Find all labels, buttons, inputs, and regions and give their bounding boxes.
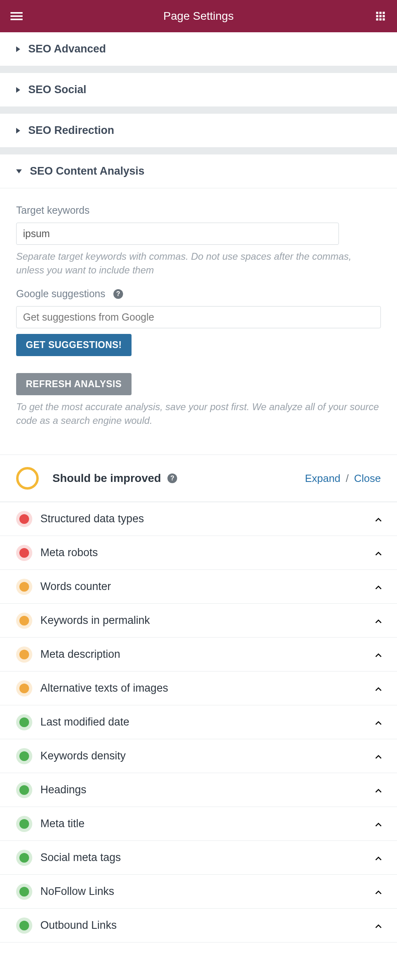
google-suggestions-input[interactable] xyxy=(16,306,381,328)
metric-label: Meta robots xyxy=(40,546,374,559)
metric-label: Structured data types xyxy=(40,513,374,525)
accordion-gap xyxy=(0,106,397,114)
metric-row[interactable]: Meta robots xyxy=(0,536,397,570)
google-suggestions-group: Google suggestions ? GET SUGGESTIONS! xyxy=(16,288,381,356)
metric-label: Social meta tags xyxy=(40,851,374,864)
svg-rect-1 xyxy=(10,15,23,17)
status-dot-green xyxy=(19,853,29,863)
page-title: Page Settings xyxy=(23,10,374,23)
accordion-title: SEO Content Analysis xyxy=(30,165,144,177)
chevron-up-icon xyxy=(374,787,381,793)
status-dot-orange xyxy=(19,616,29,626)
chevron-up-icon xyxy=(374,550,381,556)
status-dot-red xyxy=(19,548,29,558)
metric-label: Keywords in permalink xyxy=(40,614,374,627)
metric-row[interactable]: Meta title xyxy=(0,807,397,841)
svg-rect-4 xyxy=(379,12,381,14)
expand-link[interactable]: Expand xyxy=(305,472,341,484)
accordion-gap xyxy=(0,147,397,154)
chevron-up-icon xyxy=(374,651,381,658)
accordion-title: SEO Advanced xyxy=(28,43,106,55)
metric-row[interactable]: Last modified date xyxy=(0,705,397,739)
metric-label: Outbound Links xyxy=(40,919,374,932)
chevron-up-icon xyxy=(374,584,381,590)
target-keywords-input[interactable] xyxy=(16,223,339,245)
metric-row[interactable]: Keywords in permalink xyxy=(0,604,397,638)
metric-label: NoFollow Links xyxy=(40,885,374,898)
metric-label: Keywords density xyxy=(40,750,374,762)
metric-label: Headings xyxy=(40,784,374,796)
chevron-up-icon xyxy=(374,821,381,827)
svg-rect-6 xyxy=(376,15,378,17)
accordion-title: SEO Social xyxy=(28,83,86,96)
chevron-up-icon xyxy=(374,922,381,929)
status-dot-orange xyxy=(19,650,29,659)
chevron-up-icon xyxy=(374,617,381,624)
metric-row[interactable]: Structured data types xyxy=(0,502,397,536)
accordion-item[interactable]: SEO Content Analysis xyxy=(0,154,397,188)
accordion-gap xyxy=(0,66,397,73)
metric-row[interactable]: Meta description xyxy=(0,638,397,671)
status-dot-green xyxy=(19,785,29,795)
target-keywords-label: Target keywords xyxy=(16,204,381,216)
help-icon[interactable]: ? xyxy=(113,289,123,299)
score-actions: Expand / Close xyxy=(305,472,381,485)
status-dot-orange xyxy=(19,582,29,592)
metric-row[interactable]: Outbound Links xyxy=(0,909,397,942)
svg-rect-8 xyxy=(382,15,384,17)
refresh-group: REFRESH ANALYSIS To get the most accurat… xyxy=(16,367,381,427)
seo-content-analysis-panel: Target keywords Separate target keywords… xyxy=(0,188,397,450)
metric-row[interactable]: Headings xyxy=(0,773,397,807)
accordion-item[interactable]: SEO Social xyxy=(0,73,397,106)
google-suggestions-label: Google suggestions ? xyxy=(16,288,381,300)
accordion-item[interactable]: SEO Advanced xyxy=(0,32,397,66)
status-dot-green xyxy=(19,819,29,829)
metrics-list: Structured data typesMeta robotsWords co… xyxy=(0,502,397,942)
chevron-up-icon xyxy=(374,719,381,726)
svg-rect-5 xyxy=(382,12,384,14)
menu-icon[interactable] xyxy=(10,10,23,23)
app-header: Page Settings xyxy=(0,0,397,32)
svg-rect-0 xyxy=(10,12,23,14)
accordion-title: SEO Redirection xyxy=(28,124,114,137)
status-dot-orange xyxy=(19,684,29,693)
metric-row[interactable]: Words counter xyxy=(0,570,397,604)
caret-right-icon xyxy=(16,128,20,133)
apps-grid-icon[interactable] xyxy=(374,10,387,23)
target-keywords-group: Target keywords Separate target keywords… xyxy=(16,204,381,277)
get-suggestions-button[interactable]: GET SUGGESTIONS! xyxy=(16,334,132,356)
metric-row[interactable]: NoFollow Links xyxy=(0,875,397,909)
metric-row[interactable]: Social meta tags xyxy=(0,841,397,875)
chevron-up-icon xyxy=(374,753,381,759)
metric-label: Last modified date xyxy=(40,716,374,728)
svg-rect-3 xyxy=(376,12,378,14)
score-circle-icon xyxy=(16,467,39,490)
close-link[interactable]: Close xyxy=(354,472,381,484)
svg-rect-2 xyxy=(10,19,23,20)
refresh-analysis-button[interactable]: REFRESH ANALYSIS xyxy=(16,373,132,395)
caret-right-icon xyxy=(16,46,20,52)
separator: / xyxy=(346,472,349,484)
svg-rect-9 xyxy=(376,18,378,20)
status-dot-red xyxy=(19,514,29,524)
status-dot-green xyxy=(19,751,29,761)
svg-rect-11 xyxy=(382,18,384,20)
metric-row[interactable]: Keywords density xyxy=(0,739,397,773)
chevron-up-icon xyxy=(374,685,381,692)
chevron-up-icon xyxy=(374,516,381,522)
status-dot-green xyxy=(19,717,29,727)
accordion-item[interactable]: SEO Redirection xyxy=(0,114,397,147)
svg-rect-7 xyxy=(379,15,381,17)
metric-row[interactable]: Alternative texts of images xyxy=(0,671,397,705)
refresh-help: To get the most accurate analysis, save … xyxy=(16,400,381,427)
chevron-up-icon xyxy=(374,855,381,861)
metric-label: Alternative texts of images xyxy=(40,682,374,694)
metric-label: Meta title xyxy=(40,817,374,830)
help-icon[interactable]: ? xyxy=(167,473,177,483)
google-suggestions-label-text: Google suggestions xyxy=(16,288,105,300)
score-summary: Should be improved ? Expand / Close xyxy=(0,455,397,502)
status-dot-green xyxy=(19,887,29,897)
svg-rect-10 xyxy=(379,18,381,20)
metric-label: Meta description xyxy=(40,648,374,661)
caret-right-icon xyxy=(16,87,20,93)
